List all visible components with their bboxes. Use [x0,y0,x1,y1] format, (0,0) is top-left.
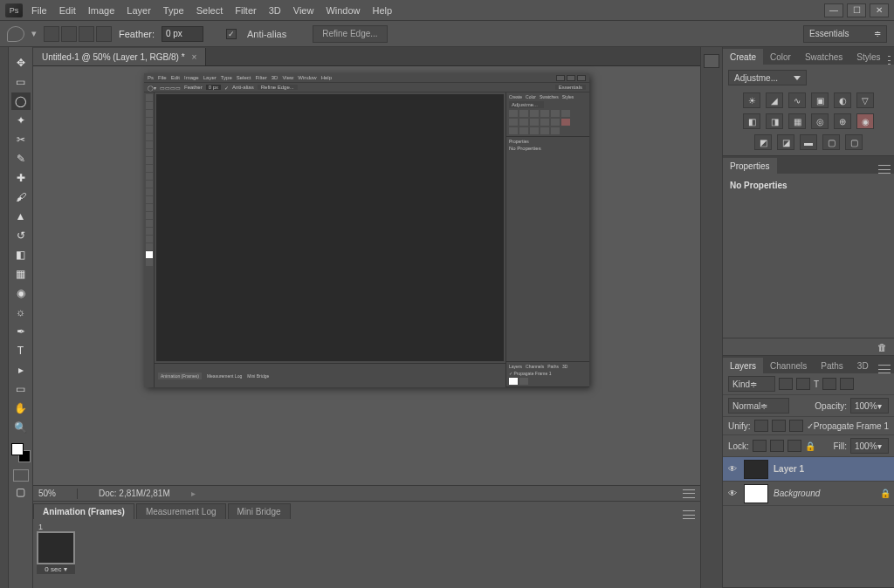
tab-styles[interactable]: Styles [849,49,887,65]
layer-name[interactable]: Layer 1 [774,464,891,474]
selective-color-icon[interactable]: ▢ [822,134,840,150]
filter-shape-icon[interactable] [822,378,836,390]
bottom-panel-menu-icon[interactable] [683,510,695,519]
color-swatches[interactable] [11,443,31,462]
shape-tool-icon[interactable]: ▭ [11,380,31,398]
selection-new-icon[interactable] [44,26,59,42]
tab-swatches[interactable]: Swatches [798,49,849,65]
quickmask-toggle-icon[interactable] [13,469,29,482]
opacity-input[interactable]: 100% ▾ [850,398,889,414]
type-tool-icon[interactable]: T [11,342,31,359]
filter-adjust-icon[interactable] [796,378,810,390]
more-adjustments-icon[interactable]: ▢ [845,134,863,150]
menu-3d[interactable]: 3D [269,5,281,16]
lock-all-icon[interactable]: 🔒 [805,441,815,451]
gradient-tool-icon[interactable]: ▦ [11,265,31,283]
blur-tool-icon[interactable]: ◉ [11,284,31,302]
menu-select[interactable]: Select [196,5,224,16]
document-tab[interactable]: Untitled-1 @ 50% (Layer 1, RGB/8) * × [33,48,206,65]
magic-wand-tool-icon[interactable]: ✦ [11,112,31,129]
menu-edit[interactable]: Edit [59,5,76,16]
animation-frame[interactable]: 1 0 sec ▾ [37,523,75,574]
unify-style-icon[interactable] [789,420,803,432]
menu-help[interactable]: Help [373,5,393,16]
tab-color[interactable]: Color [763,49,798,65]
tab-3d[interactable]: 3D [850,358,876,373]
tab-animation[interactable]: Animation (Frames) [33,503,134,519]
history-brush-tool-icon[interactable]: ↺ [11,227,31,244]
frame-delay[interactable]: 0 sec ▾ [37,564,75,574]
menu-filter[interactable]: Filter [235,5,256,16]
menu-view[interactable]: View [293,5,314,16]
panel-menu-icon[interactable] [878,365,891,373]
photo-filter-icon[interactable]: ▦ [788,113,806,129]
color-lookup-icon[interactable]: ⊕ [834,113,851,129]
layer-filter-kind[interactable]: Kind ≑ [728,376,775,392]
dodge-tool-icon[interactable]: ☼ [11,304,31,321]
panel-menu-icon[interactable] [888,56,891,65]
close-tab-icon[interactable]: × [192,52,197,62]
path-selection-tool-icon[interactable]: ▸ [11,361,31,379]
screenmode-toggle-icon[interactable]: ▢ [11,483,31,501]
hue-sat-icon[interactable]: ▽ [856,92,874,108]
window-maximize-button[interactable]: ☐ [847,3,866,17]
tab-paths[interactable]: Paths [814,358,850,373]
selection-subtract-icon[interactable] [79,26,94,42]
propagate-checkbox[interactable]: ✓ [807,421,814,431]
filter-smart-icon[interactable] [840,378,854,390]
unify-position-icon[interactable] [754,420,768,432]
eraser-tool-icon[interactable]: ◧ [11,246,31,263]
zoom-tool-icon[interactable]: 🔍 [11,419,31,436]
invert-icon[interactable]: ◩ [754,134,772,150]
visibility-toggle-icon[interactable]: 👁 [726,464,739,474]
fill-input[interactable]: 100% ▾ [850,438,889,454]
menu-layer[interactable]: Layer [127,5,151,16]
lock-pixels-icon[interactable] [770,440,784,452]
tab-mini-bridge[interactable]: Mini Bridge [228,503,291,519]
layer-thumbnail[interactable] [744,484,768,503]
selection-intersect-icon[interactable] [96,26,112,42]
posterize-icon[interactable]: ◉ [856,113,874,129]
vibrance-icon[interactable]: ◐ [834,92,851,108]
collapsed-panel-icon[interactable] [704,54,719,68]
layer-item[interactable]: 👁 Background 🔒 [723,482,894,506]
tab-create[interactable]: Create [723,49,763,65]
hand-tool-icon[interactable]: ✋ [11,400,31,417]
tab-measurement-log[interactable]: Measurement Log [136,503,226,519]
threshold-icon[interactable]: ◪ [777,134,794,150]
bw-icon[interactable]: ◨ [766,113,783,129]
workspace-switcher[interactable]: Essentials≑ [803,25,887,43]
tab-channels[interactable]: Channels [763,358,814,373]
menu-image[interactable]: Image [88,5,115,16]
panel-menu-icon[interactable] [878,165,891,174]
curves-icon[interactable]: ∿ [788,92,806,108]
visibility-toggle-icon[interactable]: 👁 [726,489,739,498]
healing-brush-tool-icon[interactable]: ✚ [11,169,31,187]
menu-file[interactable]: File [31,5,47,16]
refine-edge-button[interactable]: Refine Edge... [313,25,387,43]
doc-size-readout[interactable]: Doc: 2,81M/2,81M [99,489,170,498]
zoom-level[interactable]: 50% [38,489,56,498]
frame-thumbnail[interactable] [37,531,75,564]
layer-thumbnail[interactable] [744,460,768,479]
selection-add-icon[interactable] [61,26,77,42]
eyedropper-tool-icon[interactable]: ✎ [11,150,31,168]
feather-input[interactable] [162,26,203,42]
tab-layers[interactable]: Layers [723,358,763,373]
crop-tool-icon[interactable]: ✂ [11,131,31,148]
move-tool-icon[interactable]: ✥ [11,54,31,72]
marquee-tool-icon[interactable]: ▭ [11,73,31,91]
trash-icon[interactable]: 🗑 [877,342,887,352]
channel-mixer-icon[interactable]: ◎ [811,113,829,129]
window-close-button[interactable]: ✕ [870,3,889,17]
active-tool-icon[interactable] [7,26,24,42]
lasso-tool-icon[interactable]: ◯ [11,92,31,110]
lock-position-icon[interactable] [787,440,801,452]
statusbar-menu-icon[interactable] [683,489,695,498]
exposure-icon[interactable]: ▣ [811,92,829,108]
foreground-color-swatch[interactable] [11,443,24,455]
blend-mode-dropdown[interactable]: Normal ≑ [728,398,789,414]
adjustments-dropdown[interactable]: Adjustme... [728,70,807,85]
antialias-checkbox[interactable]: ✓ [226,29,237,39]
menu-window[interactable]: Window [326,5,360,16]
